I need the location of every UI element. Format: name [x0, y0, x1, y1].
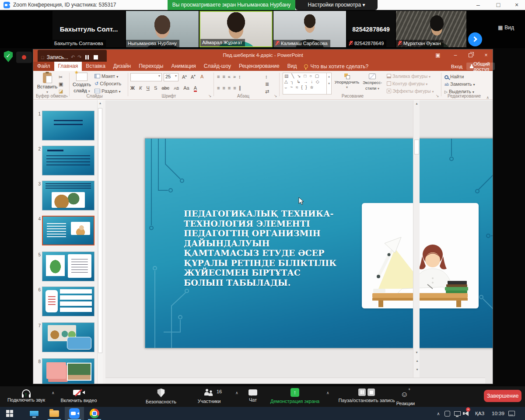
text-direction-button[interactable]: ↕	[265, 74, 268, 79]
italic-button[interactable]: К	[139, 85, 142, 91]
next-slide-button[interactable]: ▾	[413, 368, 420, 371]
join-audio-button[interactable]: ↑ Подключить звук	[4, 388, 49, 402]
increase-indent-button[interactable]: »	[233, 74, 238, 79]
scroll-up-button[interactable]: ▴	[413, 102, 420, 105]
font-size-box[interactable]: 25▾	[164, 73, 178, 81]
shape-fill-button[interactable]: Заливка фигуры ▾	[387, 74, 430, 79]
slide-thumbnail-1[interactable]	[42, 111, 94, 140]
line-spacing-button[interactable]: ↕	[238, 74, 244, 79]
paste-button[interactable]: Вставить ▾	[38, 73, 57, 94]
record-indicator-button[interactable]	[16, 52, 32, 63]
find-button[interactable]: Найти	[444, 74, 464, 79]
tab-view[interactable]: Вид	[284, 62, 301, 71]
shape-effects-button[interactable]: Эффекты фигуры ▾	[387, 88, 434, 94]
replace-button[interactable]: ab Заменить ▾	[444, 81, 475, 87]
tab-slideshow[interactable]: Слайд-шоу	[200, 62, 235, 71]
justify-button[interactable]: ≡	[233, 85, 238, 91]
convert-smartart-button[interactable]: ⇄	[265, 89, 269, 94]
tray-network-icon[interactable]	[454, 407, 461, 420]
cut-button[interactable]: ✂	[59, 74, 63, 80]
font-color-button[interactable]: A	[194, 85, 197, 92]
participant-tile[interactable]: Мұратхан Әужан	[396, 11, 466, 47]
next-participants-button[interactable]	[468, 32, 482, 46]
taskbar-item-this-pc[interactable]	[24, 407, 44, 420]
tray-volume-icon[interactable]: ×	[465, 407, 469, 420]
shape-outline-button[interactable]: Контур фигуры ▾	[387, 81, 427, 86]
vertical-scrollbar[interactable]: ▴ ▾ ▴ ▾	[413, 100, 420, 384]
view-button[interactable]: ▦ Вид	[498, 23, 522, 32]
clipboard-dialog-launcher[interactable]: ↘	[65, 94, 68, 98]
participants-button[interactable]: 16 Участники	[187, 388, 231, 404]
quick-styles-button[interactable]: Экспресс- стили ▾	[360, 74, 384, 91]
horizontal-scrollbar[interactable]	[105, 378, 485, 384]
tab-file[interactable]: Файл	[33, 62, 54, 71]
font-name-box[interactable]: ▾	[130, 73, 162, 81]
slide-thumbnail-4-selected[interactable]	[42, 216, 94, 245]
share-button[interactable]: Общий доступ	[466, 63, 495, 70]
previous-slide-button[interactable]: ▴	[413, 359, 420, 363]
ppt-minimize-button[interactable]: –	[450, 52, 461, 58]
sign-in-button[interactable]: Вход	[451, 63, 462, 70]
slide-thumbnail-8[interactable]	[42, 358, 94, 384]
participant-tile[interactable]: Бахытгуль Солт... Бахытгуль Солтанова	[52, 11, 125, 47]
align-center-button[interactable]: ≡	[222, 85, 228, 91]
tab-review[interactable]: Рецензирование	[235, 62, 284, 71]
bold-button[interactable]: Ж	[130, 85, 135, 91]
end-meeting-button[interactable]: Завершение	[484, 390, 522, 402]
slide-thumbnail-5[interactable]	[42, 252, 94, 281]
font-dialog-launcher[interactable]: ↘	[208, 94, 212, 98]
ribbon-display-options-icon[interactable]: ▣	[432, 52, 444, 58]
slide-thumbnail-6[interactable]	[42, 287, 94, 316]
tray-zoom-icon[interactable]	[444, 407, 450, 420]
tab-insert[interactable]: Вставка	[82, 62, 109, 71]
align-text-button[interactable]: ≣	[265, 81, 269, 87]
slide-thumbnail-2[interactable]	[42, 146, 94, 175]
copy-button[interactable]: ▣	[59, 81, 63, 87]
bullets-button[interactable]: ≡	[217, 74, 222, 79]
minimize-button[interactable]: –	[472, 1, 485, 8]
taskbar-item-zoom[interactable]	[65, 407, 84, 420]
slide-illustration[interactable]	[362, 203, 479, 308]
numbering-button[interactable]: ≡	[222, 74, 228, 79]
participant-tile[interactable]: Калимаш Сарбасова	[273, 11, 346, 47]
current-slide[interactable]: ПЕДАГОГИКАЛЫҚ ТЕХНИКА- ТЕХНОЛОГИЯ ЭЛЕМЕН…	[145, 138, 493, 348]
participant-tile[interactable]: Ныгыманова Нурбану	[126, 11, 199, 47]
pause-record-icon[interactable]	[358, 388, 366, 396]
underline-button[interactable]: Ч	[147, 85, 150, 91]
start-button[interactable]	[0, 407, 19, 420]
audio-options-chevron[interactable]: ∧	[52, 391, 55, 395]
ppt-restore-button[interactable]	[469, 53, 472, 57]
new-slide-button[interactable]: Создать слайд ▾	[72, 73, 92, 93]
tab-animations[interactable]: Анимация	[167, 62, 200, 71]
clear-formatting-button[interactable]: A	[200, 74, 203, 79]
reactions-button[interactable]: ☺+ Реакции	[389, 388, 422, 406]
stop-record-icon[interactable]	[368, 388, 375, 396]
collapse-ribbon-button[interactable]: ∧	[486, 95, 489, 100]
slide-thumbnail-7[interactable]	[42, 322, 94, 352]
tray-expand-button[interactable]: ∧	[434, 407, 443, 420]
thumbnail-scrollbar[interactable]: ▴	[97, 100, 103, 384]
scroll-up-icon[interactable]: ▴	[98, 101, 103, 105]
share-screen-button[interactable]: ↑ Демонстрация экрана	[266, 388, 324, 404]
slide-text[interactable]: ПЕДАГОГИКАЛЫҚ ТЕХНИКА- ТЕХНОЛОГИЯ ЭЛЕМЕН…	[184, 209, 337, 287]
drawing-dialog-launcher[interactable]: ↘	[436, 94, 439, 98]
paragraph-dialog-launcher[interactable]: ↘	[274, 94, 277, 98]
clock[interactable]: 10:39	[492, 407, 504, 420]
decrease-indent-button[interactable]: «	[228, 74, 233, 79]
start-video-button[interactable]: Включить видео	[57, 388, 101, 403]
view-settings-button[interactable]: Настройки просмотра ▾	[295, 0, 378, 10]
participant-tile-active-speaker[interactable]: Аймарал Жұрағат	[200, 11, 273, 47]
text-shadow-button[interactable]: S	[154, 85, 157, 91]
align-right-button[interactable]: ≡	[228, 85, 233, 91]
tab-design[interactable]: Дизайн	[109, 62, 135, 71]
shrink-font-button[interactable]: A▾	[191, 74, 196, 80]
reset-button[interactable]: ↺ Сбросить	[94, 81, 121, 87]
ppt-close-button[interactable]: ×	[480, 52, 492, 58]
taskbar-item-explorer[interactable]	[45, 407, 64, 420]
thumbnail-scrollbar-thumb[interactable]	[98, 108, 102, 353]
share-options-chevron[interactable]: ∧	[326, 391, 329, 395]
grow-font-button[interactable]: A▴	[182, 74, 187, 80]
pause-recording-icon[interactable]	[84, 54, 90, 60]
strikethrough-button[interactable]: abc	[161, 85, 169, 91]
columns-button[interactable]: ∥	[239, 85, 244, 91]
